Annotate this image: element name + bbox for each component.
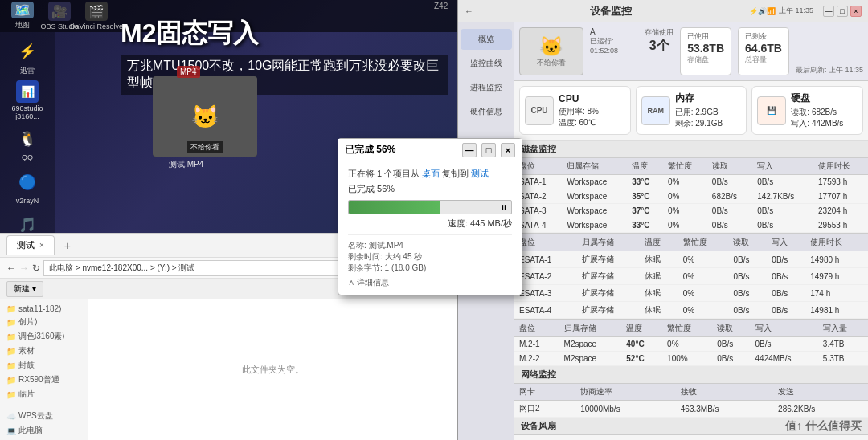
m2-col-hours: 写入量 (818, 320, 868, 337)
page-title: M2固态写入 (121, 16, 448, 51)
m2-cell-busy: 100% (662, 352, 712, 366)
sata-cell-busy: 0% (663, 218, 707, 233)
esata-cell-pos: ESATA-2 (514, 268, 577, 285)
sata-cell-storage: Workspace (562, 218, 627, 233)
progress-expand-btn[interactable]: ∧ 详细信息 (348, 277, 512, 288)
nav-item-process[interactable]: 进程监控 (461, 77, 512, 98)
progress-minimize-btn[interactable]: — (462, 143, 477, 157)
m2-cell-storage: M2space (559, 352, 622, 366)
fm-back-btn[interactable]: ← (6, 263, 16, 274)
esata-col-busy: 繁忙度 (678, 234, 729, 251)
cpu-details: CPU 使用率: 8% 温度: 60℃ (559, 93, 599, 128)
fm-forward-btn[interactable]: → (19, 263, 29, 274)
esata-cell-storage: 扩展存储 (577, 251, 640, 268)
sidebar-icon-v2ray-label: v2rayN (16, 197, 39, 205)
fm-sidebar-item-drum[interactable]: 📁 封鼓 (0, 358, 88, 373)
sidebar-icon-thunder[interactable]: ⚡ 迅雷 (4, 37, 51, 77)
nav-item-hardware[interactable]: 硬件信息 (461, 101, 512, 122)
monitor-maximize-btn[interactable]: □ (837, 6, 848, 17)
esata-cell-pos: ESATA-4 (514, 302, 577, 319)
fm-tab-active[interactable]: 测试 × (6, 235, 55, 255)
sata-cell-busy: 0% (663, 204, 707, 218)
nav-item-overview[interactable]: 概览 (461, 29, 512, 50)
taskbar-icon-davinci[interactable]: 🎬 DaVinci Resolve (80, 2, 113, 31)
esata-cell-busy: 0% (678, 302, 729, 319)
fm-sidebar-item-wps[interactable]: ☁️ WPS云盘 (0, 409, 88, 423)
storage-summary: 存储使用 3个 已使用 53.8TB 存储盘 已剩余 64.6TB 总容量 最后… (645, 27, 863, 75)
ram-title: 内存 (675, 92, 723, 105)
m2-cell-read: 0B/s (712, 337, 750, 352)
cpu-temp: 温度: 60℃ (559, 117, 599, 128)
esata-cell-pos: ESATA-3 (514, 285, 577, 302)
sata-cell-write: 0B/s (752, 175, 813, 189)
esata-cell-hours: 14980 h (805, 251, 868, 268)
fm-new-btn[interactable]: 新建 ▾ (6, 281, 43, 297)
fm-sidebar-item-film[interactable]: 📁 临片 (0, 387, 88, 401)
progress-speed: 速度: 445 MB/秒 (348, 218, 512, 230)
esata-cell-write: 0B/s (767, 251, 805, 268)
sidebar-icon-690studio[interactable]: 📊 690studioj3160... (4, 80, 51, 120)
sidebar-icon-thunder-label: 迅雷 (20, 66, 35, 76)
sata-cell-read: 0B/s (707, 218, 752, 233)
fm-sidebar-item-pc[interactable]: 💻 此电脑 (0, 423, 88, 438)
fm-tab-label: 测试 (17, 239, 35, 251)
disk-write: 写入: 442MB/s (791, 118, 843, 129)
esata-col-storage: 归属存储 (577, 234, 640, 251)
table-row: ESATA-2 扩展存储 休眠 0% 0B/s 0B/s 14979 h (514, 268, 868, 285)
storage-count-box: 存储使用 3个 (645, 27, 674, 75)
storage-free-box: 已剩余 64.6TB 总容量 (738, 27, 789, 75)
sidebar-icon-qq[interactable]: 🐧 QQ (4, 124, 51, 164)
disk-monitor-title: 磁盘监控 (514, 141, 868, 158)
fm-sidebar-item-clips[interactable]: 📁 创片⟩ (0, 315, 88, 329)
mp4-filename: 测试.MP4 (169, 159, 203, 170)
m2-cell-hours: 5.3TB (818, 352, 868, 366)
esata-col-read: 读取 (728, 234, 767, 251)
sata-cell-storage: Workspace (562, 204, 627, 218)
taskbar-icon-map[interactable]: 🗺️ 地图 (6, 2, 39, 31)
video-thumbnail: 🐱 不给你看 (153, 76, 257, 157)
progress-to-link[interactable]: 测试 (471, 169, 489, 178)
disk-card: 💾 硬盘 读取: 682B/s 写入: 442MB/s (751, 86, 863, 135)
disk-details: 硬盘 读取: 682B/s 写入: 442MB/s (791, 92, 843, 129)
sidebar-icon-690studio-label: 690studioj3160... (11, 104, 43, 120)
device-uptime: 已运行: 01:52:08 (590, 36, 638, 55)
esata-cell-pos: ESATA-1 (514, 251, 577, 268)
sata-disk-table: 盘位 归属存储 温度 繁忙度 读取 写入 使用时长 SATA-1 Workspa… (514, 158, 868, 233)
monitor-tray: ⚡🔊📶 上午 11:35 (749, 6, 813, 16)
monitor-close-btn[interactable]: × (850, 6, 862, 17)
cpu-card: CPU CPU 使用率: 8% 温度: 60℃ (519, 86, 631, 135)
fm-content-area: 📁 sata11-182⟩ 📁 创片⟩ 📁 调色i3160素⟩ 📁 素材 📁 封… (0, 299, 457, 440)
sata-cell-read: 0B/s (707, 175, 752, 189)
sata-cell-read: 682B/s (707, 189, 752, 204)
monitor-minimize-btn[interactable]: — (823, 6, 834, 17)
sata-cell-write: 0B/s (752, 204, 813, 218)
esata-cell-busy: 0% (678, 285, 729, 302)
sata-cell-hours: 23204 h (813, 204, 868, 218)
fm-sidebar-item-material[interactable]: 📁 素材 (0, 344, 88, 358)
fm-sidebar-item-color[interactable]: 📁 调色i3160素⟩ (0, 329, 88, 344)
network-monitor-title: 网络监控 (514, 366, 868, 384)
fm-sidebar-item-sata[interactable]: 📁 sata11-182⟩ (0, 303, 88, 315)
table-row: SATA-4 Workspace 33°C 0% 0B/s 0B/s 29553… (514, 218, 868, 233)
progress-pause-btn[interactable]: ⏸ (500, 203, 508, 212)
esata-cell-storage: 扩展存储 (577, 302, 640, 319)
net-col-send: 发送 (773, 384, 868, 401)
fm-new-tab-btn[interactable]: + (58, 236, 77, 255)
nav-item-curves[interactable]: 监控曲线 (461, 53, 512, 74)
table-row: SATA-3 Workspace 37°C 0% 0B/s 0B/s 23204… (514, 204, 868, 218)
ram-icon: RAM (641, 96, 670, 125)
progress-close-btn[interactable]: × (501, 143, 515, 157)
net-col-recv: 接收 (676, 384, 773, 401)
progress-maximize-btn[interactable]: □ (481, 143, 496, 157)
progress-from-link[interactable]: 桌面 (422, 169, 440, 178)
fm-addr-path[interactable]: 此电脑 > nvme12-182X00... > (Y:) > 测试 (43, 260, 383, 276)
sidebar-icon-v2ray[interactable]: 🔵 v2rayN (4, 167, 51, 207)
disk-icon: 💾 (757, 96, 786, 125)
m2-cell-pos: M.2-2 (514, 352, 559, 366)
table-row: ESATA-3 扩展存储 休眠 0% 0B/s 0B/s 174 h (514, 285, 868, 302)
taskbar-label-map: 地图 (15, 20, 30, 31)
fm-sidebar-item-rx590[interactable]: 📁 RX590普通 (0, 373, 88, 387)
fm-refresh-btn[interactable]: ↻ (32, 263, 40, 274)
esata-cell-read: 0B/s (728, 268, 767, 285)
hardware-cards: CPU CPU 使用率: 8% 温度: 60℃ RAM 内存 已用: 2.9GB… (514, 81, 868, 141)
